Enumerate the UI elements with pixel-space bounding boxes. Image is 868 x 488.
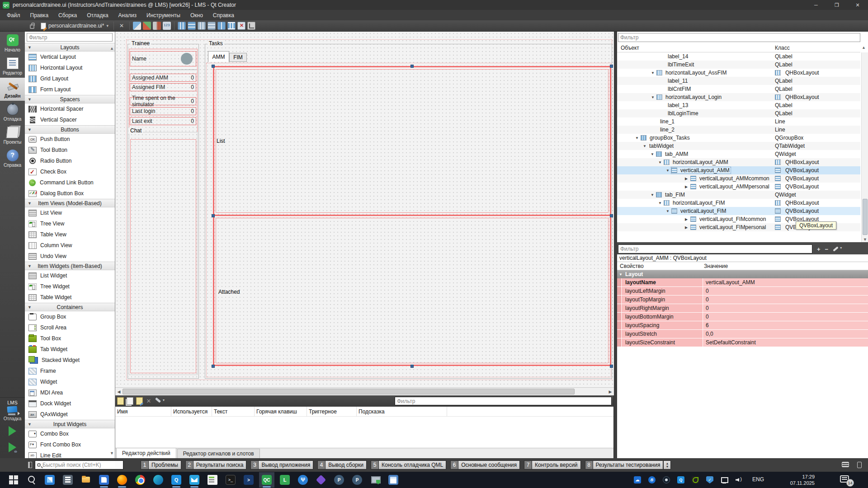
resize-handle[interactable] [212, 365, 215, 368]
resize-handle[interactable] [610, 365, 613, 368]
tray-q-tray-icon[interactable]: Q [677, 476, 684, 484]
menu-item-Анализ[interactable]: Анализ [113, 10, 142, 20]
field-Assigned FIM[interactable]: Assigned FIM0 [130, 83, 196, 91]
locator-input[interactable] [42, 461, 115, 469]
output-panel-Основные сообщения[interactable]: 6Основные сообщения [450, 460, 520, 469]
layout-vertical-icon[interactable] [188, 22, 196, 30]
widget-item-Tool Box[interactable]: Tool Box [25, 333, 115, 344]
property-row-layoutTopMargin[interactable]: layoutTopMargin0 [617, 296, 868, 304]
maximize-button[interactable]: ❐ [826, 0, 847, 10]
widget-item-Tab Widget[interactable]: Tab Widget [25, 344, 115, 355]
action-column-Используется[interactable]: Используется [171, 407, 212, 417]
layout-horizontal-icon[interactable] [178, 22, 186, 30]
widget-item-List Widget[interactable]: List Widget [25, 270, 115, 281]
widget-item-Command Link Button[interactable]: Command Link Button [25, 177, 115, 188]
taskbar-window-app-icon[interactable] [388, 474, 399, 485]
tree-row-verticalLayout_AMMpersonal[interactable]: ▶verticalLayout_AMMpersonalQVBoxLayout [617, 183, 860, 191]
layout-form-icon[interactable] [217, 22, 226, 30]
layout-splitter-horizontal-icon[interactable] [198, 22, 206, 30]
chevron-down-icon[interactable]: ▼ [666, 209, 671, 213]
widget-item-Form Layout[interactable]: Form Layout [25, 84, 115, 95]
output-panel-Проблемы[interactable]: 1Проблемы [141, 460, 181, 469]
run-button[interactable] [0, 423, 25, 439]
tray-network-icon[interactable] [721, 476, 728, 484]
tray-defender-icon[interactable] [706, 476, 713, 484]
open-document-selector[interactable]: personalcardtrainee.ui* ▾ [38, 20, 111, 32]
action-filter-input[interactable] [395, 397, 612, 405]
layout-splitter-vertical-icon[interactable] [208, 22, 216, 30]
widget-item-MDI Area[interactable]: MDI Area [25, 387, 115, 398]
layout-ammcommon-outline[interactable] [216, 69, 609, 213]
widget-item-Font Combo Box[interactable]: Font Combo Box [25, 439, 115, 450]
taskbar-l-app-icon[interactable]: L [279, 474, 290, 485]
chevron-down-icon[interactable]: ▼ [651, 71, 656, 75]
chevron-down-icon[interactable]: ▼ [666, 169, 671, 173]
tree-row-line_1[interactable]: line_1Line [617, 117, 860, 126]
kit-selector[interactable]: LMS Отладка [0, 397, 25, 423]
widget-category-Item Widgets (Item-Based)[interactable]: ▼Item Widgets (Item-Based) [25, 262, 115, 270]
property-row-layoutSpacing[interactable]: layoutSpacing6 [617, 321, 868, 330]
edit-widgets-icon[interactable] [133, 22, 141, 30]
menu-item-Окно[interactable]: Окно [185, 10, 208, 20]
configure-icon[interactable] [155, 397, 165, 405]
property-row-layoutRightMargin[interactable]: layoutRightMargin0 [617, 304, 868, 313]
widget-item-Vertical Layout[interactable]: Vertical Layout [25, 52, 115, 62]
layout-ammpersonal-outline[interactable] [216, 218, 609, 363]
chevron-right-icon[interactable]: ▶ [685, 225, 690, 230]
tree-row-horizontalLayout_AMM[interactable]: ▼horizontalLayout_AMMQHBoxLayout [617, 158, 860, 166]
action-column-Имя[interactable]: Имя [115, 407, 171, 417]
taskbar-notes-icon[interactable] [207, 474, 218, 485]
debug-run-button[interactable] [0, 439, 25, 455]
widget-box-filter-input[interactable] [27, 33, 113, 42]
menu-item-Отладка[interactable]: Отладка [82, 10, 113, 20]
tree-row-lblLoginTime[interactable]: lblLoginTimeQLabel [617, 109, 860, 117]
menu-item-Файл[interactable]: Файл [2, 10, 25, 20]
taskbar-search-icon[interactable] [26, 474, 37, 485]
mode-Проекты[interactable]: Проекты [0, 124, 25, 147]
break-layout-icon[interactable] [237, 22, 245, 30]
mode-Дизайн[interactable]: Дизайн [0, 78, 25, 101]
widget-item-Frame[interactable]: Frame [25, 366, 115, 376]
new-action-icon[interactable] [117, 397, 124, 405]
widget-item-Horizontal Spacer[interactable]: Horizontal Spacer [25, 103, 115, 114]
horizontal-scrollbar[interactable]: ◀ ▶ [115, 387, 614, 395]
widget-item-Push Button[interactable]: Push Button [25, 134, 115, 145]
menu-item-Сборка[interactable]: Сборка [53, 10, 82, 20]
tree-row-label_13[interactable]: label_13QLabel [617, 101, 860, 109]
edit-buddies-icon[interactable] [153, 22, 161, 30]
widget-item-Dialog Button Box[interactable]: Dialog Button Box [25, 188, 115, 199]
toggle-sidebar-icon[interactable] [28, 462, 32, 468]
tree-row-tab_FIM[interactable]: ▼tab_FIMQWidget [617, 191, 860, 199]
remove-property-icon[interactable]: − [825, 246, 829, 253]
property-row-layoutStretch[interactable]: layoutStretch0,0 [617, 330, 868, 338]
tray-nvidia-icon[interactable] [692, 476, 699, 484]
chat-widget-outline[interactable] [130, 139, 196, 373]
output-panel-Результаты поиска[interactable]: 2Результаты поиска [185, 460, 247, 469]
tree-row-horizontalLayout_AssFIM[interactable]: ▼horizontalLayout_AssFIMQHBoxLayout [617, 69, 860, 77]
tree-row-verticalLayout_AMMcommon[interactable]: ▶verticalLayout_AMMcommonQVBoxLayout [617, 174, 860, 183]
widget-category-Item Views (Model-Based)[interactable]: ▼Item Views (Model-Based) [25, 199, 115, 207]
scrollbar-thumb[interactable] [863, 199, 868, 235]
widget-item-QAxWidget[interactable]: QAxWidget [25, 409, 115, 420]
action-column-Текст[interactable]: Текст [212, 407, 255, 417]
widget-item-Scroll Area[interactable]: Scroll Area [25, 322, 115, 333]
output-panel-Контроль версий[interactable]: 7Контроль версий [524, 460, 580, 469]
chevron-right-icon[interactable]: ▶ [685, 217, 690, 221]
chevron-down-icon[interactable]: ▼ [658, 160, 664, 164]
resize-handle[interactable] [610, 214, 613, 217]
scroll-down-icon[interactable]: ▼ [863, 237, 867, 242]
scroll-left-icon[interactable]: ◀ [116, 389, 122, 395]
taskbar-chrome-icon[interactable] [135, 474, 146, 485]
action-table-body[interactable] [115, 417, 613, 448]
widget-item-Line Edit[interactable]: Line Edit [25, 450, 115, 458]
tray-volume-icon[interactable] [735, 476, 742, 484]
tray-onedrive-icon[interactable]: ☁ [634, 476, 641, 484]
menu-item-Справка[interactable]: Справка [208, 10, 239, 20]
widget-category-Input Widgets[interactable]: ▼Input Widgets [25, 420, 115, 428]
property-value[interactable]: verticalLayout_AMM [703, 278, 868, 286]
tab-Редактор сигналов и слотов[interactable]: Редактор сигналов и слотов [177, 449, 260, 458]
taskbar-mail-icon[interactable] [189, 474, 200, 485]
output-panel-Вывод сборки[interactable]: 4Вывод сборки [317, 460, 367, 469]
field-Time spent on the simulator[interactable]: Time spent on the simulator0 [130, 97, 196, 105]
delete-action-icon[interactable]: ✕ [146, 397, 152, 405]
